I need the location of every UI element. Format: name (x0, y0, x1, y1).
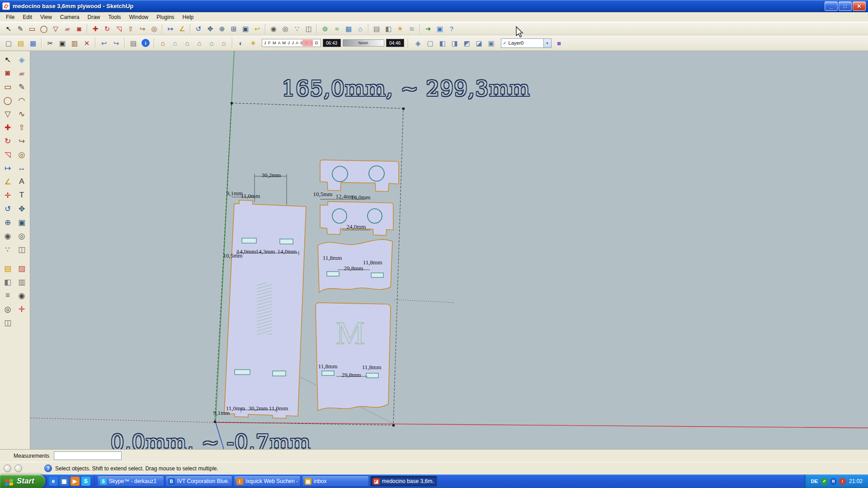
freehand-icon[interactable]: ∿ (15, 108, 28, 120)
menu-help[interactable]: Help (179, 13, 198, 22)
circle-icon[interactable]: ◯ (1, 94, 14, 107)
make-component-icon[interactable]: ◈ (15, 53, 28, 66)
language-indicator[interactable]: DE (811, 479, 818, 484)
open-icon[interactable]: ▤ (15, 38, 27, 49)
front-view-icon[interactable]: ◧ (437, 38, 448, 49)
section-display-icon[interactable]: ◫ (1, 316, 14, 329)
erase-icon[interactable]: ✕ (81, 38, 93, 49)
layers-icon[interactable]: ▥ (15, 276, 28, 288)
back-view-icon[interactable]: ◩ (461, 38, 473, 49)
make-group-icon[interactable]: ⌂ (169, 38, 181, 49)
drawing-canvas[interactable]: M 165,0mm, ~ 299,3mm 0,0mm, ~ -0,7mm 30,… (30, 51, 868, 449)
redo-icon[interactable]: ↪ (110, 38, 122, 49)
menu-file[interactable]: File (2, 13, 19, 22)
start-button[interactable]: Start (0, 474, 45, 488)
materials-icon[interactable]: ▨ (15, 262, 28, 275)
menu-camera[interactable]: Camera (56, 13, 84, 22)
bluetooth-tray-icon[interactable]: B (830, 478, 837, 485)
media-player-icon[interactable]: ▶ (71, 477, 80, 486)
hole[interactable] (332, 166, 348, 182)
slot-cutout[interactable] (235, 370, 250, 375)
paint-bucket-icon[interactable]: ◙ (1, 67, 14, 80)
hole[interactable] (368, 209, 382, 223)
slot-cutout[interactable] (242, 238, 256, 243)
push-pull-icon[interactable]: ⇧ (125, 23, 137, 34)
styles-tool-icon[interactable]: ◧ (382, 23, 394, 34)
polygon-icon[interactable]: ▽ (50, 23, 61, 34)
shadow-time-slider[interactable]: Noon (343, 39, 384, 47)
push-pull-icon[interactable]: ⇧ (15, 121, 28, 134)
shadows-tool-icon[interactable]: ☀ (394, 23, 406, 34)
pan-icon[interactable]: ✥ (204, 23, 216, 34)
bottom-view-icon[interactable]: ▣ (486, 38, 497, 49)
rectangle-icon[interactable]: ▭ (26, 23, 38, 34)
iso-view-icon[interactable]: ◈ (412, 38, 424, 49)
internet-explorer-icon[interactable]: e (49, 477, 58, 486)
menu-window[interactable]: Window (125, 13, 153, 22)
line-icon[interactable]: ✎ (15, 80, 28, 93)
orbit-icon[interactable]: ↺ (1, 202, 14, 215)
plywood-part-bracket-2[interactable] (320, 202, 393, 235)
pl flywood-part-bracket-1[interactable] (320, 160, 399, 192)
model-info-icon[interactable]: i (142, 39, 150, 47)
geolocation-icon[interactable] (4, 465, 11, 472)
top-view-icon[interactable]: ▢ (425, 38, 436, 49)
hole[interactable] (332, 209, 347, 223)
copy-icon[interactable]: ▣ (57, 38, 68, 49)
credits-icon[interactable] (14, 465, 22, 472)
move-icon[interactable]: ✚ (1, 121, 14, 134)
make-component-icon[interactable]: ⌂ (157, 38, 169, 49)
previous-view-icon[interactable]: ↩ (251, 23, 263, 34)
section-plane-icon[interactable]: ◫ (15, 243, 28, 256)
help-icon[interactable]: ? (44, 465, 52, 472)
help-icon[interactable]: ? (446, 23, 458, 34)
scale-icon[interactable]: ◹ (113, 23, 125, 34)
shadow-dialog-icon[interactable]: ◐ (235, 38, 247, 49)
line-icon[interactable]: ✎ (14, 23, 26, 34)
layer-dropdown[interactable]: ✓ Layer0 ▼ (501, 38, 552, 48)
right-view-icon[interactable]: ◨ (449, 38, 461, 49)
selection-handle[interactable] (231, 102, 233, 104)
measurements-input[interactable] (54, 451, 122, 460)
rotate-icon[interactable]: ↻ (1, 135, 14, 147)
zoom-icon[interactable]: ⊕ (1, 216, 14, 229)
zoom-window-icon[interactable]: ⊞ (228, 23, 240, 34)
slot-cutout[interactable] (273, 371, 286, 376)
save-icon[interactable]: ▦ (27, 38, 39, 49)
hide-similar-icon[interactable]: ◎ (1, 303, 14, 315)
add-location-icon[interactable]: ⊚ (319, 23, 331, 34)
outliner-icon[interactable]: ≡ (1, 289, 14, 302)
arc-icon[interactable]: ◠ (15, 94, 28, 107)
slot-cutout[interactable] (322, 371, 334, 375)
follow-me-icon[interactable]: ↪ (137, 23, 148, 34)
axes-toggle-icon[interactable]: ✛ (15, 303, 28, 315)
match-photo-icon[interactable]: ▤ (371, 23, 382, 34)
explode-icon[interactable]: ⌂ (193, 38, 205, 49)
text-icon[interactable]: A (15, 175, 28, 188)
selection-handle[interactable] (392, 424, 395, 427)
paint-bucket-icon[interactable]: ◙ (73, 23, 85, 34)
slot-cutout[interactable] (280, 239, 293, 244)
shadow-date-slider[interactable]: J F M A M J J A S O N D (262, 39, 321, 47)
fog-tool-icon[interactable]: ≋ (406, 23, 418, 34)
taskbar-task-inbox[interactable]: ▤inbox (302, 476, 369, 487)
outer-shell-icon[interactable]: ⌂ (206, 38, 217, 49)
position-camera-icon[interactable]: ◉ (1, 230, 14, 242)
taskbar-task-skype[interactable]: SSkype™ - derkauz1 (97, 476, 164, 487)
show-desktop-icon[interactable]: ▦ (60, 477, 69, 486)
components-browser-icon[interactable]: ▤ (1, 262, 14, 275)
menu-tools[interactable]: Tools (104, 13, 125, 22)
eraser-icon[interactable]: ▰ (61, 23, 73, 34)
select-icon[interactable]: ↖ (3, 23, 14, 34)
menu-plugins[interactable]: Plugins (152, 13, 178, 22)
plywood-part-rail[interactable] (318, 239, 392, 292)
menu-view[interactable]: View (36, 13, 56, 22)
layer-manager-icon[interactable]: ■ (553, 38, 565, 49)
slot-cutout[interactable] (366, 373, 378, 378)
walk-icon[interactable]: ∵ (1, 243, 14, 256)
position-camera-icon[interactable]: ◉ (268, 23, 279, 34)
taskbar-task-sketchup[interactable]: ◪medocino base 3,6m... (370, 476, 437, 487)
menu-edit[interactable]: Edit (19, 13, 36, 22)
edit-component-icon[interactable]: ⌂ (181, 38, 193, 49)
maximize-button[interactable]: □ (839, 1, 852, 11)
